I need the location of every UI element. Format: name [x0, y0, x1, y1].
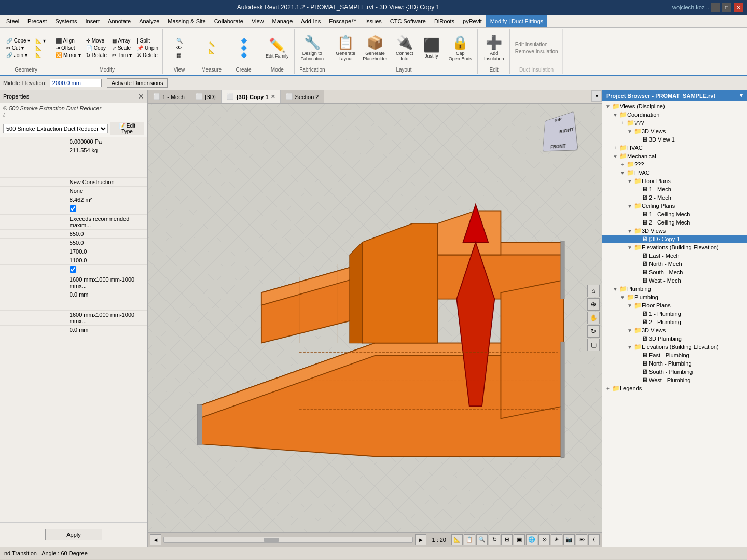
tree-item-north---mech[interactable]: 🖥North - Mech	[602, 260, 747, 268]
copy-btn[interactable]: 📄 Copy	[84, 45, 109, 51]
tree-item-coordination[interactable]: ▼📁Coordination	[602, 110, 747, 119]
tree-item-legends[interactable]: +📁Legends	[602, 384, 747, 393]
tree-item-3d-views[interactable]: ▼📁3D Views	[602, 227, 747, 235]
prop-checkbox[interactable]	[70, 205, 76, 212]
align-btn[interactable]: ⬛ Align	[53, 37, 83, 44]
design-to-fabrication-button[interactable]: 🔧 Design toFabrication	[298, 34, 327, 62]
menu-item-analyze[interactable]: Analyze	[135, 15, 163, 27]
add-insulation-button[interactable]: ➕ AddInsulation	[481, 34, 507, 62]
tree-item-hvac[interactable]: +📁HVAC	[602, 144, 747, 152]
3dcopy1-tab-close[interactable]: ✕	[271, 94, 275, 100]
view-ctrl-4[interactable]: ↻	[489, 534, 500, 545]
tree-item-east---plumbing[interactable]: 🖥East - Plumbing	[602, 351, 747, 359]
tree-item----[interactable]: +📁???	[602, 160, 747, 169]
tree-item-south---plumbing[interactable]: 🖥South - Plumbing	[602, 368, 747, 376]
tree-item-views--discipline-[interactable]: ▼📁Views (Discipline)	[602, 102, 747, 110]
bottom-scrollbar[interactable]	[163, 537, 413, 543]
tree-item-3d-plumbing[interactable]: 🖥3D Plumbing	[602, 334, 747, 343]
view-ctrl-5[interactable]: ⊞	[501, 534, 513, 545]
tree-item-plumbing[interactable]: ▼📁Plumbing	[602, 285, 747, 293]
tree-item-3d-view-1[interactable]: 🖥3D View 1	[602, 135, 747, 144]
view-ctrl-3[interactable]: 🔍	[476, 534, 488, 545]
tree-item-plumbing[interactable]: ▼📁Plumbing	[602, 293, 747, 301]
properties-scroll[interactable]: 0.000000 Pa 211.554 kg New Construction	[0, 137, 147, 522]
unpin-btn[interactable]: 📌 Unpin	[135, 45, 160, 51]
type-select[interactable]: 500 Smoke Extraction Duct Reducer	[3, 124, 108, 133]
menu-item-pyrevit[interactable]: pyRevit	[459, 15, 486, 27]
tree-item-west---plumbing[interactable]: 🖥West - Plumbing	[602, 376, 747, 384]
menu-item-enscape[interactable]: Enscape™	[325, 15, 361, 27]
nav-zoom-button[interactable]: ⊕	[587, 298, 600, 311]
menu-item-collaborate[interactable]: Collaborate	[210, 15, 247, 27]
tree-item-elevations--building-elevation-[interactable]: ▼📁Elevations (Building Elevation)	[602, 343, 747, 351]
tab-mech[interactable]: ⬜ 1 - Mech	[148, 90, 190, 103]
view-ctrl-7[interactable]: 🌐	[526, 534, 537, 545]
tabs-overflow-button[interactable]: ▾	[591, 90, 602, 102]
nav-home-button[interactable]: ⌂	[587, 285, 600, 297]
cap-open-ends-button[interactable]: 🔒 CapOpen Ends	[446, 34, 475, 62]
browser-expand-icon[interactable]: ▾	[740, 92, 743, 99]
menu-item-diroots[interactable]: DiRoots	[430, 15, 459, 27]
tree-item-3d-views[interactable]: ▼📁3D Views	[602, 127, 747, 135]
prop-checkbox-2[interactable]	[70, 266, 76, 273]
elevation-input[interactable]	[50, 79, 102, 87]
measure2-btn[interactable]: 📐	[206, 48, 217, 55]
tree-item-floor-plans[interactable]: ▼📁Floor Plans	[602, 177, 747, 185]
tab-3d[interactable]: ⬜ {3D}	[190, 90, 222, 103]
browser-tree[interactable]: ▼📁Views (Discipline)▼📁Coordination+📁???▼…	[602, 101, 747, 547]
view-ctrl-9[interactable]: 📷	[563, 534, 575, 545]
zoom-btn[interactable]: 🔍	[174, 37, 185, 44]
activate-dimensions-button[interactable]: Activate Dimensions	[107, 78, 168, 88]
justify-button[interactable]: ⬛ Justify	[419, 36, 445, 60]
nav-section-button[interactable]: ▢	[587, 339, 600, 351]
tree-item-elevations--building-elevation-[interactable]: ▼📁Elevations (Building Elevation)	[602, 243, 747, 251]
menu-item-insert[interactable]: Insert	[81, 15, 104, 27]
menu-item-view[interactable]: View	[247, 15, 268, 27]
scroll-left-button[interactable]: ◄	[150, 534, 161, 545]
tree-item--3d--copy-1[interactable]: 🖥{3D} Copy 1	[602, 235, 747, 243]
wireframe-btn[interactable]: ▦	[174, 52, 185, 59]
mirror-btn[interactable]: 🔀 Mirror ▾	[53, 52, 83, 59]
align-button[interactable]: 📐	[33, 52, 48, 59]
create2-btn[interactable]: 🔷	[239, 45, 249, 51]
tree-item-north---plumbing[interactable]: 🖥North - Plumbing	[602, 359, 747, 368]
hide-btn[interactable]: 👁	[174, 45, 185, 51]
close-button[interactable]: ✕	[734, 3, 743, 12]
maximize-button[interactable]: □	[722, 3, 731, 12]
panel-close-button[interactable]: ✕	[138, 92, 144, 101]
nav-pan-button[interactable]: ✋	[587, 312, 600, 324]
menu-item-issues[interactable]: Issues	[361, 15, 386, 27]
nav-orbit-button[interactable]: ↻	[587, 325, 600, 338]
menu-item-massing[interactable]: Massing & Site	[163, 15, 210, 27]
offset-btn[interactable]: ⇥ Offset	[53, 45, 83, 51]
generate-layout-button[interactable]: 📋 GenerateLayout	[333, 34, 358, 62]
wall-button[interactable]: 📐	[33, 45, 48, 51]
edit-insulation-button[interactable]: Edit Insulation	[513, 41, 560, 48]
create-btn[interactable]: 🔷	[239, 37, 249, 44]
tree-item-floor-plans[interactable]: ▼📁Floor Plans	[602, 301, 747, 310]
view-ctrl-6[interactable]: ▣	[514, 534, 525, 545]
view-ctrl-10[interactable]: 👁	[576, 534, 587, 545]
menu-item-manage[interactable]: Manage	[268, 15, 297, 27]
tree-item-2---plumbing[interactable]: 🖥2 - Plumbing	[602, 318, 747, 326]
menu-item-ctc[interactable]: CTC Software	[386, 15, 430, 27]
move-btn[interactable]: ✛ Move	[84, 37, 109, 44]
trim-btn[interactable]: ✂ Trim ▾	[110, 52, 134, 59]
tree-item-2---mech[interactable]: 🖥2 - Mech	[602, 193, 747, 202]
menu-item-annotate[interactable]: Annotate	[104, 15, 135, 27]
scale-btn[interactable]: ⤢ Scale	[110, 45, 134, 51]
create3-btn[interactable]: 🔷	[239, 52, 249, 59]
tree-item-1---plumbing[interactable]: 🖥1 - Plumbing	[602, 310, 747, 318]
join-button[interactable]: 🔗 Join ▾	[4, 52, 32, 59]
apply-button[interactable]: Apply	[45, 529, 102, 540]
menu-item-modify-duct[interactable]: Modify | Duct Fittings	[486, 15, 548, 27]
tree-item-south---mech[interactable]: 🖥South - Mech	[602, 268, 747, 276]
tree-item-hvac[interactable]: ▼📁HVAC	[602, 169, 747, 177]
scroll-right-button[interactable]: ►	[415, 534, 426, 545]
tree-item-3d-views[interactable]: ▼📁3D Views	[602, 326, 747, 334]
view-ctrl-1[interactable]: 📐	[451, 534, 463, 545]
tree-item-1---ceiling-mech[interactable]: 🖥1 - Ceiling Mech	[602, 210, 747, 218]
rotate-btn[interactable]: ↻ Rotate	[84, 52, 109, 59]
viewcube-box[interactable]: TOP RIGHT FRONT	[543, 111, 578, 152]
tree-item-ceiling-plans[interactable]: ▼📁Ceiling Plans	[602, 202, 747, 210]
